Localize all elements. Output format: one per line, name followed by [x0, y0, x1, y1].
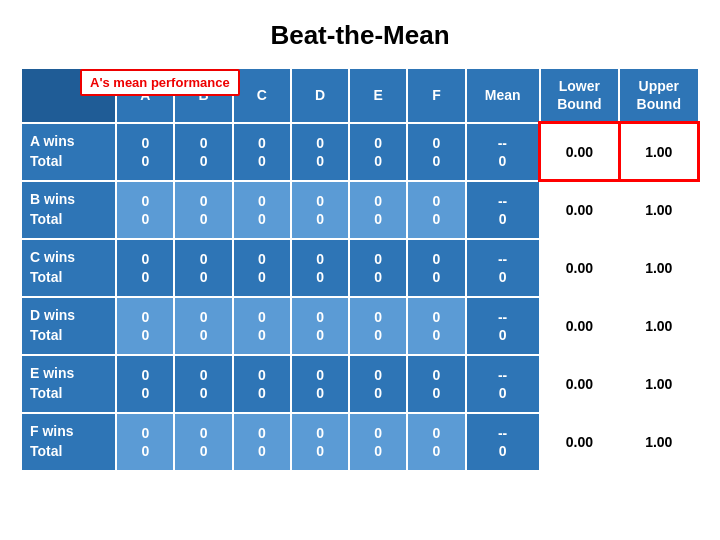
data-cell: 00: [116, 123, 174, 181]
lower-bound-cell: 0.00: [540, 181, 619, 239]
data-cell: 00: [174, 239, 232, 297]
data-cell: 00: [407, 181, 465, 239]
upper-bound-cell: 1.00: [619, 181, 698, 239]
data-cell: 00: [233, 181, 291, 239]
data-cell: 00: [291, 413, 349, 471]
table-row: B winsTotal000000000000--00.001.00: [21, 181, 699, 239]
data-cell: 00: [349, 355, 407, 413]
upper-bound-cell: 1.00: [619, 239, 698, 297]
data-cell: 00: [407, 123, 465, 181]
data-cell: 00: [291, 355, 349, 413]
table-row: D winsTotal000000000000--00.001.00: [21, 297, 699, 355]
header-col-c: C: [233, 68, 291, 123]
data-cell: 00: [174, 181, 232, 239]
data-cell: 00: [116, 355, 174, 413]
data-cell: 00: [349, 297, 407, 355]
data-cell: 00: [291, 123, 349, 181]
mean-cell: --0: [466, 413, 540, 471]
mean-cell: --0: [466, 123, 540, 181]
row-label: F winsTotal: [21, 413, 116, 471]
tooltip-a-mean-performance: A's mean performance: [80, 69, 240, 96]
table-row: A winsTotal000000000000--00.001.00: [21, 123, 699, 181]
header-col-d: D: [291, 68, 349, 123]
upper-bound-cell: 1.00: [619, 413, 698, 471]
data-cell: 00: [174, 413, 232, 471]
table-row: E winsTotal000000000000--00.001.00: [21, 355, 699, 413]
data-cell: 00: [233, 413, 291, 471]
data-cell: 00: [116, 181, 174, 239]
data-cell: 00: [349, 181, 407, 239]
mean-cell: --0: [466, 355, 540, 413]
beat-the-mean-table: A B C D E F Mean LowerBound UpperBound A…: [20, 67, 700, 472]
data-cell: 00: [174, 355, 232, 413]
data-cell: 00: [349, 413, 407, 471]
upper-bound-cell: 1.00: [619, 123, 698, 181]
row-label: B winsTotal: [21, 181, 116, 239]
data-cell: 00: [349, 239, 407, 297]
data-cell: 00: [233, 297, 291, 355]
data-cell: 00: [233, 239, 291, 297]
data-cell: 00: [116, 297, 174, 355]
lower-bound-cell: 0.00: [540, 239, 619, 297]
upper-bound-cell: 1.00: [619, 297, 698, 355]
lower-bound-cell: 0.00: [540, 413, 619, 471]
page-title: Beat-the-Mean: [270, 20, 449, 51]
data-cell: 00: [233, 355, 291, 413]
data-cell: 00: [291, 297, 349, 355]
data-cell: 00: [291, 239, 349, 297]
data-cell: 00: [116, 239, 174, 297]
data-cell: 00: [407, 239, 465, 297]
header-lower-bound: LowerBound: [540, 68, 619, 123]
row-label: D winsTotal: [21, 297, 116, 355]
table-container: A B C D E F Mean LowerBound UpperBound A…: [20, 67, 700, 472]
data-cell: 00: [349, 123, 407, 181]
header-mean: Mean: [466, 68, 540, 123]
data-cell: 00: [174, 123, 232, 181]
lower-bound-cell: 0.00: [540, 297, 619, 355]
data-cell: 00: [407, 297, 465, 355]
row-label: A winsTotal: [21, 123, 116, 181]
data-cell: 00: [174, 297, 232, 355]
data-cell: 00: [291, 181, 349, 239]
table-row: C winsTotal000000000000--00.001.00: [21, 239, 699, 297]
lower-bound-cell: 0.00: [540, 355, 619, 413]
row-label: E winsTotal: [21, 355, 116, 413]
mean-cell: --0: [466, 239, 540, 297]
row-label: C winsTotal: [21, 239, 116, 297]
table-row: F winsTotal000000000000--00.001.00: [21, 413, 699, 471]
lower-bound-cell: 0.00: [540, 123, 619, 181]
data-cell: 00: [233, 123, 291, 181]
data-cell: 00: [407, 413, 465, 471]
mean-cell: --0: [466, 181, 540, 239]
data-cell: 00: [407, 355, 465, 413]
data-cell: 00: [116, 413, 174, 471]
mean-cell: --0: [466, 297, 540, 355]
header-upper-bound: UpperBound: [619, 68, 698, 123]
header-col-f: F: [407, 68, 465, 123]
header-col-e: E: [349, 68, 407, 123]
upper-bound-cell: 1.00: [619, 355, 698, 413]
